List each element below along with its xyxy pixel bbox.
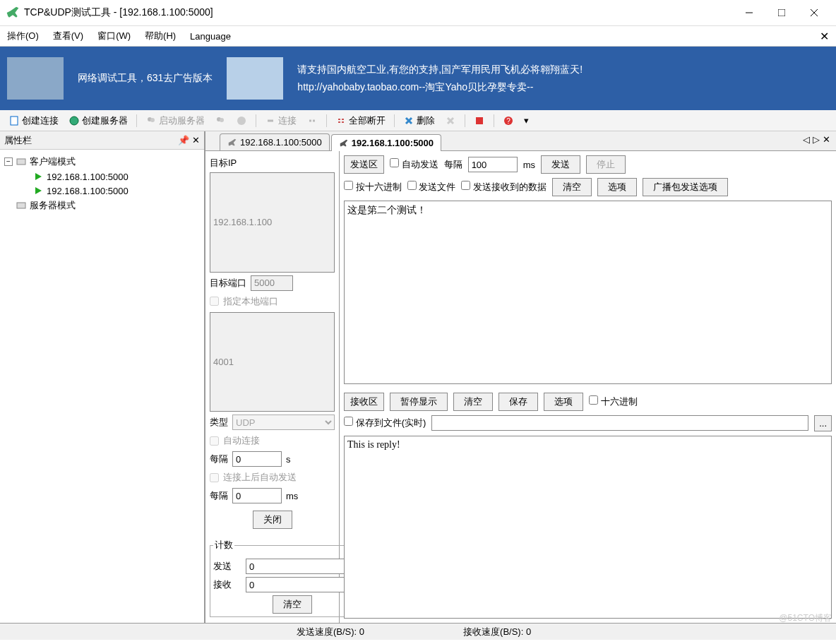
tab-2[interactable]: 192.168.1.100:5000 [331,134,441,151]
tree-conn-2[interactable]: 192.168.1.100:5000 [4,184,200,198]
unit-ms: ms [286,491,298,501]
svg-point-10 [237,117,246,125]
app-icon [6,6,20,20]
banner-text-2: 请支持国内航空工业,有您的支持,国产军用民用飞机必将翱翔蓝天! http://y… [297,61,583,96]
menu-window[interactable]: 窗口(W) [97,30,131,42]
tree-client-mode[interactable]: − 客户端模式 [4,154,200,169]
local-port-checkbox [210,297,219,306]
tab-close-icon[interactable]: ✕ [823,134,830,145]
stop-send-button: 停止 [586,155,626,174]
hex-recv-checkbox[interactable] [589,395,598,405]
save-file-checkbox[interactable] [344,417,353,426]
tab-nav: ◁ ▷ ✕ [803,134,830,145]
tree-server-mode[interactable]: 服务器模式 [4,198,200,213]
help-icon: ? [503,115,514,126]
send-count-label: 发送 [213,560,241,573]
pin-icon[interactable]: 📌 [178,135,189,145]
menubar: 操作(O) 查看(V) 窗口(W) 帮助(H) Language ✕ [0,25,836,47]
auto-send-checkbox[interactable] [390,158,399,167]
send-option-button[interactable]: 选项 [597,178,637,196]
cancel-grey-icon [236,115,247,126]
globe-icon [68,115,80,126]
local-port-label: 指定本地端口 [223,295,278,308]
connect-button[interactable]: 连接 [262,113,299,129]
dropdown-button[interactable]: ▾ [521,114,532,127]
clear-recv-button[interactable]: 清空 [453,393,493,411]
close-connection-button[interactable]: 关闭 [253,511,292,529]
connection-settings-panel: 目标IP 目标端口 指定本地端口 类型 UDP 自动连接 [205,151,340,623]
create-connection-button[interactable]: 创建连接 [6,113,61,129]
disconnect-all-button[interactable]: 全部断开 [333,113,388,129]
recv-option-button[interactable]: 选项 [544,393,583,411]
start-server-button[interactable]: 启动服务器 [143,113,208,129]
users-grey-icon [215,115,226,126]
mdi-close-button[interactable]: ✕ [820,30,829,43]
delete-grey-icon [445,115,456,126]
pause-display-button[interactable]: 暂停显示 [390,393,448,411]
disabled-users-button [212,114,229,128]
right-panel: 发送区 自动发送 每隔 ms 发送 停止 按十六进制 发送文件 发送接收到的数据… [340,151,836,623]
interval-ms-input[interactable] [232,488,282,503]
svg-rect-11 [476,117,483,124]
save-file-path-input[interactable] [431,415,808,431]
send-file-checkbox[interactable] [407,181,417,190]
play-icon [32,185,44,196]
target-ip-input [210,172,335,273]
browse-button[interactable]: ... [814,415,832,431]
disconnect-button [304,114,321,128]
target-ip-label: 目标IP [210,157,335,169]
clear-send-button[interactable]: 清空 [552,178,592,196]
menu-view[interactable]: 查看(V) [53,30,83,42]
window-title: TCP&UDP测试工具 - [192.168.1.100:5000] [24,6,733,19]
help-button[interactable]: ? [500,114,517,128]
toolbar: 创建连接 创建服务器 启动服务器 连接 全部断开 删除 ? ▾ [0,110,836,131]
delete-icon [403,115,414,126]
send-recv-data-checkbox[interactable] [461,181,470,190]
maximize-button[interactable] [765,2,798,23]
tree-conn-1[interactable]: 192.168.1.100:5000 [4,169,200,184]
tab-1[interactable]: 192.168.1.100:5000 [220,133,330,150]
svg-rect-1 [778,9,785,16]
collapse-icon[interactable]: − [4,157,13,166]
statusbar: 发送速度(B/S): 0 接收速度(B/S): 0 [0,623,836,640]
close-button[interactable] [798,2,830,23]
send-textarea[interactable]: 这是第二个测试！ [344,201,832,384]
unit-s: s [286,454,291,465]
target-port-label: 目标端口 [210,277,246,290]
menu-help[interactable]: 帮助(H) [145,30,176,42]
broadcast-button[interactable]: 广播包发送选项 [643,178,728,196]
sidebar-close-icon[interactable]: ✕ [192,135,200,145]
svg-rect-4 [11,117,18,125]
hex-send-checkbox[interactable] [344,181,353,190]
banner-image-2 [227,57,283,100]
tab-prev-icon[interactable]: ◁ [803,134,810,145]
menu-language[interactable]: Language [190,31,231,42]
type-select: UDP [232,415,335,430]
create-server-button[interactable]: 创建服务器 [66,113,131,129]
delete-button[interactable]: 删除 [400,113,438,129]
type-label: 类型 [210,416,228,429]
svg-text:?: ? [506,117,510,125]
clear-counter-button[interactable]: 清空 [273,595,312,614]
content: 192.168.1.100:5000 192.168.1.100:5000 ◁ … [205,131,836,623]
tab-icon [227,138,237,148]
send-unit: ms [523,160,535,170]
save-recv-button[interactable]: 保存 [498,393,538,411]
auto-connect-label: 自动连接 [223,434,260,447]
link-grey-icon [265,115,276,126]
send-interval-label: 每隔 [444,158,462,171]
titlebar: TCP&UDP测试工具 - [192.168.1.100:5000] [0,0,836,25]
interval-s-input[interactable] [232,451,282,467]
stop-button[interactable] [471,114,488,128]
tab-next-icon[interactable]: ▷ [813,134,820,145]
send-button[interactable]: 发送 [541,155,580,174]
tree: − 客户端模式 192.168.1.100:5000 192.168.1.100… [0,150,204,623]
send-area-label: 发送区 [344,155,384,174]
send-interval-input[interactable] [468,157,518,172]
minimize-button[interactable] [733,2,765,23]
menu-operate[interactable]: 操作(O) [7,30,39,42]
recv-count-label: 接收 [213,578,241,591]
target-port-input [251,275,293,291]
recv-textarea[interactable]: This is reply! [344,436,832,619]
local-port-input [210,312,335,412]
